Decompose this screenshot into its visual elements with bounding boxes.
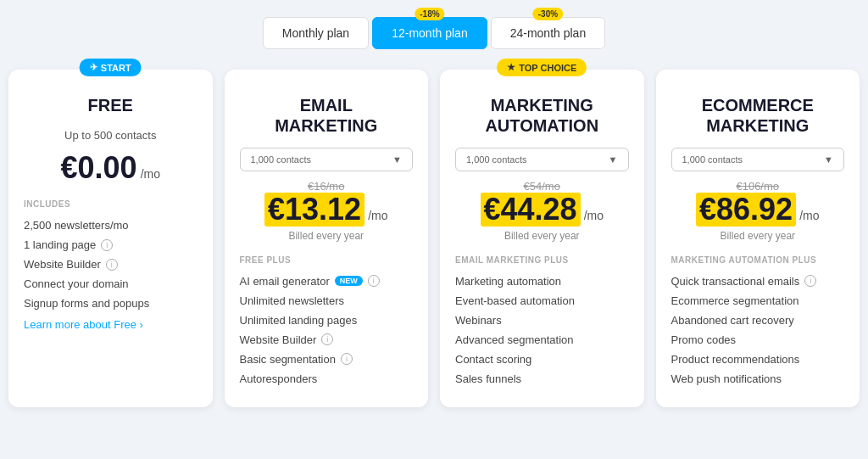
price-mo-marketing-automation: /mo <box>584 209 604 222</box>
feature-item: Signup forms and popups <box>24 294 198 313</box>
price-amount-free: €0.00 <box>61 150 137 186</box>
feature-item: Autoresponders <box>240 369 414 389</box>
card-title-free: FREE <box>24 95 198 115</box>
feature-item: Website Builderi <box>240 330 414 350</box>
card-title-email-marketing: EMAIL MARKETING <box>240 95 414 136</box>
contacts-value: 1,000 contacts <box>682 154 743 165</box>
contacts-dropdown-email-marketing[interactable]: 1,000 contacts▼ <box>240 148 414 171</box>
price-section-marketing-automation: €54/mo€44.28/moBilled every year <box>455 180 629 242</box>
pricing-cards: ✈STARTFREEUp to 500 contacts€0.00/moINCL… <box>8 70 860 407</box>
feature-text: AI email generator <box>240 275 330 288</box>
price-main-email-marketing: €13.12/mo <box>264 193 387 227</box>
price-mo-ecommerce-marketing: /mo <box>799 209 819 222</box>
feature-text: Abandoned cart recovery <box>671 314 794 327</box>
card-ecommerce-marketing: ECOMMERCE MARKETING1,000 contacts▼€106/m… <box>656 70 860 407</box>
features-label-marketing-automation: EMAIL MARKETING PLUS <box>455 255 629 265</box>
price-amount-email-marketing: €13.12 <box>264 193 364 227</box>
feature-text: Web push notifications <box>671 372 782 385</box>
price-section-free: €0.00/mo <box>24 150 198 186</box>
contacts-value: 1,000 contacts <box>466 154 527 165</box>
feature-text: Contact scoring <box>455 353 531 366</box>
feature-text: Webinars <box>455 314 502 327</box>
info-icon[interactable]: i <box>101 239 113 251</box>
feature-text: Website Builder <box>240 333 317 346</box>
features-label-free: INCLUDES <box>24 199 198 209</box>
price-section-email-marketing: €16/mo€13.12/moBilled every year <box>240 180 414 242</box>
billed-info-ecommerce-marketing: Billed every year <box>671 230 845 242</box>
card-title-ecommerce-marketing: ECOMMERCE MARKETING <box>671 95 845 136</box>
feature-text: Sales funnels <box>455 372 521 385</box>
feature-text: 2,500 newsletters/mo <box>24 219 129 232</box>
feature-item: Unlimited landing pages <box>240 311 414 330</box>
feature-item: Webinars <box>455 311 629 330</box>
feature-text: Promo codes <box>671 333 737 346</box>
feature-text: Basic segmentation <box>240 353 336 366</box>
feature-item: Product recommendations <box>671 350 845 369</box>
feature-text: 1 landing page <box>24 238 96 251</box>
toggle-24month[interactable]: -30%24-month plan <box>491 17 606 49</box>
toggle-label-12month: 12-month plan <box>392 26 468 40</box>
new-badge: NEW <box>335 276 363 286</box>
toggle-label-monthly: Monthly plan <box>282 26 349 40</box>
contacts-dropdown-marketing-automation[interactable]: 1,000 contacts▼ <box>455 148 629 171</box>
feature-text: Quick transactional emails <box>671 275 800 288</box>
learn-more-link[interactable]: Learn more about Free › <box>24 318 198 331</box>
feature-item: Connect your domain <box>24 274 198 294</box>
feature-text: Connect your domain <box>24 277 129 290</box>
price-main-free: €0.00/mo <box>61 150 160 186</box>
price-main-marketing-automation: €44.28/mo <box>481 193 604 227</box>
feature-item: Basic segmentationi <box>240 350 414 369</box>
billed-info-email-marketing: Billed every year <box>240 230 414 242</box>
feature-item: Sales funnels <box>455 369 629 389</box>
price-amount-marketing-automation: €44.28 <box>481 193 581 227</box>
info-icon[interactable]: i <box>341 353 353 365</box>
feature-item: Quick transactional emailsi <box>671 271 845 291</box>
feature-item: 1 landing pagei <box>24 235 198 255</box>
info-icon[interactable]: i <box>106 259 118 271</box>
feature-text: Product recommendations <box>671 353 800 366</box>
card-badge-free: ✈START <box>80 59 142 76</box>
price-original-email-marketing: €16/mo <box>240 180 414 193</box>
features-label-ecommerce-marketing: MARKETING AUTOMATION PLUS <box>671 255 845 265</box>
price-main-ecommerce-marketing: €86.92/mo <box>696 193 819 227</box>
dropdown-arrow: ▼ <box>392 154 402 165</box>
toggle-badge-24month: -30% <box>533 8 563 20</box>
feature-item: 2,500 newsletters/mo <box>24 216 198 235</box>
price-mo-email-marketing: /mo <box>368 209 387 222</box>
feature-item: Contact scoring <box>455 350 629 369</box>
contacts-dropdown-ecommerce-marketing[interactable]: 1,000 contacts▼ <box>671 148 845 171</box>
info-icon[interactable]: i <box>804 275 816 287</box>
billed-info-marketing-automation: Billed every year <box>455 230 629 242</box>
feature-text: Ecommerce segmentation <box>671 294 799 307</box>
toggle-monthly[interactable]: Monthly plan <box>263 17 369 49</box>
feature-text: Advanced segmentation <box>455 333 573 346</box>
price-mo-free: /mo <box>141 167 160 181</box>
card-badge-marketing-automation: ★TOP CHOICE <box>497 59 587 76</box>
feature-item: Event-based automation <box>455 291 629 311</box>
feature-text: Marketing automation <box>455 275 561 288</box>
feature-item: Web push notifications <box>671 369 845 389</box>
feature-item: Website Builderi <box>24 255 198 274</box>
card-marketing-automation: ★TOP CHOICEMARKETING AUTOMATION1,000 con… <box>440 70 644 407</box>
price-original-marketing-automation: €54/mo <box>455 180 629 193</box>
toggle-badge-12month: -18% <box>415 8 444 20</box>
feature-item: Abandoned cart recovery <box>671 311 845 330</box>
toggle-label-24month: 24-month plan <box>510 26 587 40</box>
price-amount-ecommerce-marketing: €86.92 <box>696 193 796 227</box>
features-label-email-marketing: FREE PLUS <box>240 255 414 265</box>
feature-text: Autoresponders <box>240 372 318 385</box>
info-icon[interactable]: i <box>368 275 380 287</box>
card-free: ✈STARTFREEUp to 500 contacts€0.00/moINCL… <box>8 70 213 407</box>
feature-item: Promo codes <box>671 330 845 350</box>
feature-item: Marketing automation <box>455 271 629 291</box>
feature-item: Ecommerce segmentation <box>671 291 845 311</box>
dropdown-arrow: ▼ <box>824 154 833 165</box>
feature-text: Unlimited landing pages <box>240 314 358 327</box>
toggle-12month[interactable]: -18%12-month plan <box>372 17 487 49</box>
free-contacts-text: Up to 500 contacts <box>24 129 198 142</box>
card-title-marketing-automation: MARKETING AUTOMATION <box>455 95 629 136</box>
feature-text: Unlimited newsletters <box>240 294 345 307</box>
feature-text: Website Builder <box>24 258 101 271</box>
price-original-ecommerce-marketing: €106/mo <box>671 180 845 193</box>
info-icon[interactable]: i <box>321 333 333 345</box>
